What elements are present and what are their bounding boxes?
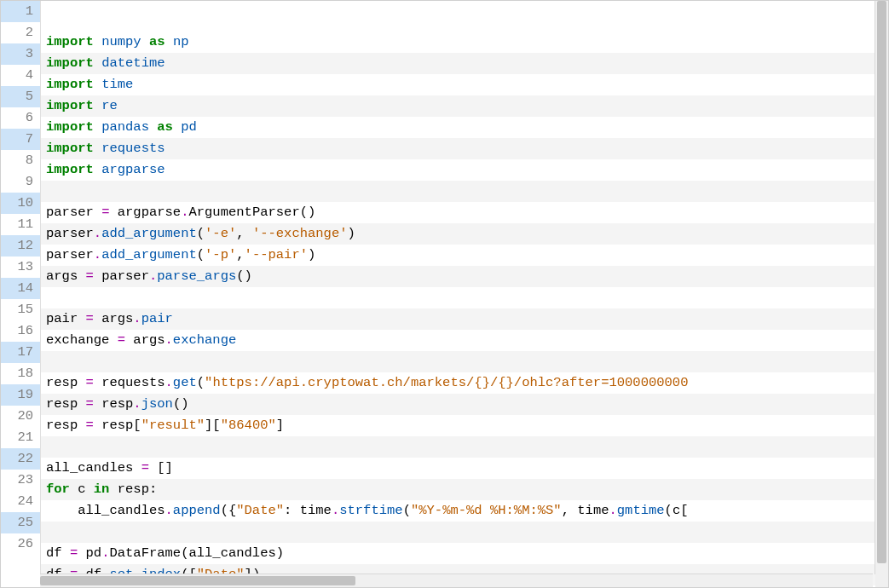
code-token: () [173, 396, 189, 412]
line-number: 11 [1, 214, 40, 235]
code-token: ArgumentParser [188, 205, 299, 220]
code-token: numpy [101, 34, 141, 49]
code-token: "86400" [221, 418, 276, 433]
code-token: (c[ [665, 503, 689, 518]
code-token: add_argument [101, 226, 197, 241]
code-token: () [236, 268, 252, 284]
code-line[interactable]: resp = resp.json() [41, 394, 888, 415]
code-token: = [86, 311, 94, 326]
code-line[interactable] [41, 522, 888, 543]
line-number: 17 [1, 342, 40, 363]
line-number: 14 [1, 278, 40, 299]
code-token: ( [403, 503, 411, 518]
code-token: "Date" [236, 503, 284, 518]
code-line[interactable]: import datetime [41, 53, 888, 74]
code-token [94, 55, 101, 71]
code-line[interactable]: for c in resp: [41, 479, 888, 500]
code-line[interactable]: pair = args.pair [41, 308, 888, 330]
line-number: 23 [1, 470, 40, 491]
code-token [94, 119, 101, 135]
line-number: 5 [1, 86, 40, 107]
code-area[interactable]: import numpy as npimport datetimeimport … [41, 1, 888, 587]
code-line[interactable]: import numpy as np [41, 32, 888, 53]
horizontal-scrollbar[interactable] [40, 574, 873, 587]
code-token: '-p' [205, 247, 236, 262]
code-token: resp[ [94, 418, 141, 433]
line-number: 21 [1, 427, 40, 448]
line-number: 25 [1, 512, 40, 533]
code-line[interactable]: args = parser.parse_args() [41, 266, 888, 287]
code-token: parser [94, 268, 149, 284]
code-token: '-e' [205, 226, 236, 241]
code-line[interactable]: import re [41, 95, 888, 117]
code-token: pair [141, 311, 173, 326]
code-line[interactable] [41, 287, 888, 308]
code-token: ({ [221, 503, 237, 518]
code-token: pandas [101, 119, 149, 135]
vertical-scrollbar[interactable] [875, 1, 888, 574]
code-token: [] [149, 460, 173, 476]
code-line[interactable]: parser.add_argument('-p','--pair') [41, 245, 888, 266]
code-token: strftime [339, 503, 402, 518]
code-token: parser [46, 247, 94, 262]
code-line[interactable]: parser = argparse.ArgumentParser() [41, 202, 888, 223]
code-token: all_candles [46, 460, 141, 476]
code-token: pd [78, 545, 101, 561]
code-line[interactable]: import time [41, 74, 888, 95]
horizontal-scrollbar-thumb[interactable] [40, 576, 355, 585]
code-token: . [133, 311, 141, 326]
code-token: resp [46, 375, 86, 390]
code-line[interactable]: import argparse [41, 159, 888, 181]
code-token: = [86, 418, 94, 433]
code-token: pd [181, 119, 197, 135]
code-line[interactable]: resp = requests.get("https://api.cryptow… [41, 372, 888, 394]
code-token: pair [46, 311, 86, 326]
code-line[interactable]: df = pd.DataFrame(all_candles) [41, 543, 888, 564]
code-line[interactable]: all_candles.append({"Date": time.strftim… [41, 500, 888, 522]
code-editor[interactable]: 1234567891011121314151617181920212223242… [0, 0, 889, 588]
line-number: 8 [1, 150, 40, 171]
code-token: . [609, 503, 616, 518]
code-token: = [86, 375, 94, 390]
code-token: exchange [173, 332, 236, 348]
code-token: args [46, 268, 86, 284]
code-token: resp [46, 418, 86, 433]
code-token: () [300, 205, 316, 220]
code-token [94, 34, 101, 49]
code-token: args [125, 332, 165, 348]
code-token [94, 162, 101, 177]
code-token: exchange [46, 332, 118, 348]
code-token: ( [197, 375, 205, 390]
scrollbar-corner [875, 574, 888, 587]
code-line[interactable]: all_candles = [] [41, 458, 888, 479]
code-token: resp: [109, 481, 157, 497]
line-number: 19 [1, 384, 40, 406]
code-token: parse_args [157, 268, 236, 284]
line-number: 12 [1, 235, 40, 257]
line-number: 7 [1, 129, 40, 150]
code-line[interactable] [41, 181, 888, 202]
code-token: c [70, 481, 94, 497]
line-number: 13 [1, 257, 40, 278]
line-number: 20 [1, 406, 40, 427]
code-token: = [70, 545, 78, 561]
code-token: parser [46, 205, 101, 220]
code-line[interactable]: parser.add_argument('-e', '--exchange') [41, 223, 888, 245]
code-token: ) [308, 247, 315, 262]
code-line[interactable] [41, 436, 888, 458]
code-token: ( [197, 247, 205, 262]
code-line[interactable]: exchange = args.exchange [41, 330, 888, 351]
code-line[interactable]: import requests [41, 138, 888, 159]
vertical-scrollbar-thumb[interactable] [877, 1, 886, 563]
code-line[interactable]: import pandas as pd [41, 117, 888, 138]
code-token: df [46, 545, 70, 561]
code-token: "https://api.cryptowat.ch/markets/{}/{}/… [205, 375, 688, 390]
code-token: re [101, 98, 118, 113]
code-line[interactable]: resp = resp["result"]["86400"] [41, 415, 888, 436]
code-token: import [46, 162, 94, 177]
code-token: ] [276, 418, 284, 433]
code-line[interactable] [41, 351, 888, 372]
code-token: "result" [141, 418, 205, 433]
code-token: '--pair' [245, 247, 308, 262]
code-token: resp [46, 396, 86, 412]
